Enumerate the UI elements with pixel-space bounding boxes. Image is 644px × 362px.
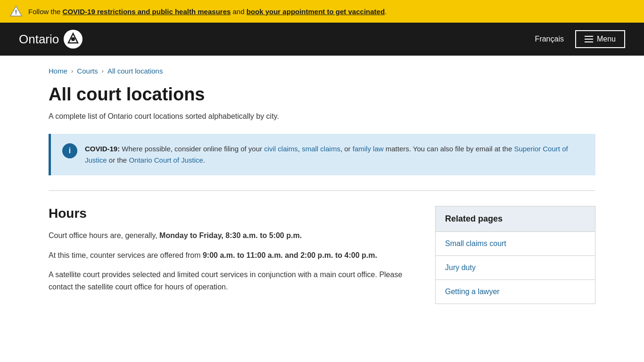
ontario-logo[interactable]: Ontario [19, 30, 83, 49]
hours-bold-2: 9:00 a.m. to 11:00 a.m. and 2:00 p.m. to… [203, 251, 377, 259]
small-claims-court-link[interactable]: Small claims court [436, 232, 595, 255]
hours-para-3: A satellite court provides selected and … [49, 269, 416, 293]
related-item-1: Small claims court [436, 231, 595, 255]
header-nav: Français Menu [535, 30, 625, 48]
info-box: i COVID-19: Where possible, consider onl… [49, 134, 595, 175]
page-subtitle: A complete list of Ontario court locatio… [49, 112, 595, 121]
jury-duty-link[interactable]: Jury duty [436, 256, 595, 280]
header: Ontario Français Menu [0, 23, 644, 56]
hours-para-1: Court office hours are, generally, Monda… [49, 230, 416, 242]
related-pages-list: Small claims court Jury duty Getting a l… [436, 231, 595, 304]
vaccination-link[interactable]: book your appointment to get vaccinated [247, 8, 385, 16]
ontario-court-link[interactable]: Ontario Court of Justice [129, 156, 203, 164]
breadcrumb-sep-1: › [71, 67, 73, 74]
alert-text: Follow the COVID-19 restrictions and pub… [28, 8, 387, 16]
svg-point-3 [71, 37, 75, 41]
divider [49, 190, 595, 191]
info-icon: i [62, 143, 77, 158]
related-pages-box: Related pages Small claims court Jury du… [435, 206, 595, 304]
hours-section: Hours Court office hours are, generally,… [49, 206, 416, 300]
alert-banner: ! Follow the COVID-19 restrictions and p… [0, 0, 644, 23]
breadcrumb-home[interactable]: Home [49, 67, 67, 75]
sidebar: Related pages Small claims court Jury du… [435, 206, 595, 304]
logo-text: Ontario [19, 32, 59, 47]
covid-label: COVID-19: [85, 145, 120, 153]
page-title: All court locations [49, 84, 595, 105]
main-content: Home › Courts › All court locations All … [30, 56, 614, 304]
family-law-link[interactable]: family law [353, 145, 384, 153]
breadcrumb-sep-2: › [102, 67, 104, 74]
francais-link[interactable]: Français [535, 35, 564, 43]
menu-button[interactable]: Menu [575, 30, 625, 48]
menu-label: Menu [597, 35, 616, 43]
civil-claims-link[interactable]: civil claims [264, 145, 298, 153]
covid-restrictions-link[interactable]: COVID-19 restrictions and public health … [63, 8, 231, 16]
breadcrumb-courts[interactable]: Courts [77, 67, 98, 75]
hours-para-2: At this time, counter services are offer… [49, 249, 416, 262]
svg-text:!: ! [15, 8, 17, 16]
related-item-3: Getting a lawyer [436, 280, 595, 304]
related-pages-header: Related pages [436, 206, 595, 231]
hours-bold-1: Monday to Friday, 8:30 a.m. to 5:00 p.m. [159, 231, 302, 239]
info-box-content: COVID-19: Where possible, consider onlin… [85, 143, 584, 166]
related-item-2: Jury duty [436, 255, 595, 280]
ontario-logo-icon [64, 30, 83, 49]
getting-a-lawyer-link[interactable]: Getting a lawyer [436, 280, 595, 304]
hamburger-icon [585, 36, 593, 42]
breadcrumb: Home › Courts › All court locations [49, 56, 595, 84]
small-claims-link[interactable]: small claims [302, 145, 340, 153]
content-layout: Hours Court office hours are, generally,… [49, 206, 595, 304]
hours-title: Hours [49, 206, 416, 221]
warning-icon: ! [9, 5, 23, 18]
breadcrumb-current: All court locations [107, 67, 163, 75]
